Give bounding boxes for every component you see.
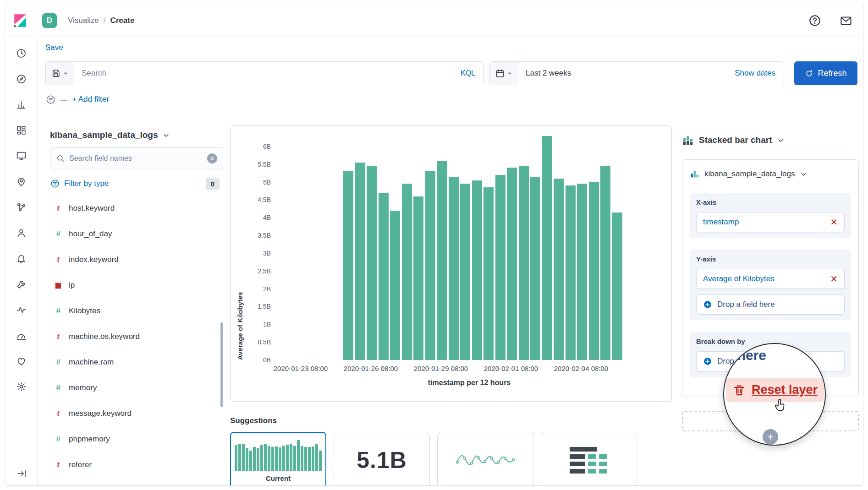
chart-panel: Average of Kilobytes 6B5.5B5B4.5B4B3.5B3… (230, 125, 672, 402)
breadcrumb-visualize[interactable]: Visualize (68, 16, 99, 25)
field-search-input[interactable] (69, 154, 203, 163)
drop-field-label: Drop a field here (717, 300, 775, 309)
chart-bar[interactable] (600, 166, 610, 360)
save-row: Save (45, 43, 863, 55)
mini-bar (319, 451, 322, 471)
search-input[interactable] (74, 69, 461, 78)
suggestion-metric[interactable]: 5.1B (334, 432, 430, 486)
field-name: phpmemory (69, 435, 110, 444)
chart-bar[interactable] (413, 196, 423, 360)
chart-bar[interactable] (589, 182, 599, 360)
suggestion-line-chart[interactable] (437, 432, 533, 486)
chart-bar[interactable] (495, 175, 505, 360)
machine-learning-icon[interactable] (16, 201, 27, 213)
date-picker: Last 2 weeks Show dates (489, 61, 784, 85)
visualize-icon[interactable] (16, 99, 27, 110)
chart-bar[interactable] (437, 161, 447, 360)
chart-bar[interactable] (542, 136, 552, 360)
clear-search-icon[interactable]: ✕ (207, 153, 217, 163)
time-range-value[interactable]: Last 2 weeks (518, 69, 571, 78)
chart-bar[interactable] (355, 163, 365, 360)
chart-bar[interactable] (367, 166, 377, 360)
index-pattern-switcher[interactable]: kibana_sample_data_logs (50, 130, 223, 140)
bar-chart-plot[interactable] (275, 129, 664, 360)
recently-viewed-icon[interactable] (16, 48, 27, 59)
kibana-logo-icon[interactable] (12, 13, 28, 28)
suggestion-current[interactable]: Current (230, 432, 326, 486)
chart-type-switcher[interactable]: Stacked bar chart (682, 134, 859, 147)
field-item[interactable]: treferer (50, 453, 223, 476)
discover-icon[interactable] (16, 73, 27, 85)
x-axis-ticks: 2020-01-23 08:002020-01-26 08:002020-01-… (275, 365, 664, 374)
users-icon[interactable] (16, 227, 27, 239)
field-item[interactable]: tmessage.keyword (50, 402, 223, 425)
field-list-scrollbar[interactable] (220, 322, 223, 407)
uptime-icon[interactable] (16, 355, 27, 367)
add-layer-button[interactable]: + (763, 429, 778, 445)
save-button[interactable]: Save (45, 43, 63, 52)
x-tick: 2020-02-01 08:00 (484, 365, 538, 372)
chart-bar[interactable] (483, 187, 494, 360)
kql-language-button[interactable]: KQL (461, 69, 483, 77)
logs-icon[interactable] (16, 304, 27, 316)
y-tick: 5B (263, 179, 271, 186)
collapse-nav-icon[interactable] (5, 468, 38, 479)
y-tick: 0B (263, 356, 271, 364)
chart-bar[interactable] (566, 185, 576, 360)
field-item[interactable]: tindex.keyword (50, 248, 223, 271)
chart-bar[interactable] (507, 168, 517, 360)
maps-icon[interactable] (16, 176, 27, 187)
alerts-icon[interactable] (16, 253, 27, 264)
y-dimension[interactable]: Average of Kilobytes ✕ (696, 269, 845, 289)
chart-bar[interactable] (379, 193, 389, 360)
metrics-icon[interactable] (16, 330, 27, 341)
remove-dimension-icon[interactable]: ✕ (830, 218, 838, 227)
field-item[interactable]: ▦ip (50, 274, 223, 297)
remove-dimension-icon[interactable]: ✕ (830, 274, 838, 283)
chart-bar[interactable] (612, 212, 622, 360)
chart-bar[interactable] (425, 171, 435, 360)
kibana-app-window: D Visualize / Create (5, 4, 863, 486)
chart-bar[interactable] (449, 177, 459, 360)
field-item[interactable]: tmachine.os.keyword (50, 325, 223, 348)
chart-bar[interactable] (577, 184, 587, 360)
mini-bar (279, 447, 281, 471)
hand-cursor-icon (774, 398, 787, 414)
layer-index-pattern[interactable]: kibana_sample_data_logs (690, 167, 851, 181)
field-item[interactable]: #machine.ram (50, 351, 223, 374)
x-dimension[interactable]: timestamp ✕ (696, 212, 845, 232)
y-drop-zone[interactable]: Drop a field here (696, 294, 845, 315)
date-quick-menu-button[interactable] (490, 62, 518, 85)
workspace: kibana_sample_data_logs ✕ Filter by type… (45, 125, 863, 486)
chart-bar[interactable] (554, 179, 564, 360)
chart-bar[interactable] (530, 177, 540, 360)
field-item[interactable]: #hour_of_day (50, 223, 223, 245)
nav-rail (5, 38, 38, 485)
field-item[interactable]: #phpmemory (50, 428, 223, 451)
add-filter-button[interactable]: + Add filter (72, 95, 109, 104)
suggestion-data-table[interactable] (541, 432, 637, 486)
dev-tools-icon[interactable] (16, 278, 27, 290)
chart-bar[interactable] (402, 184, 412, 360)
stack-management-icon[interactable] (16, 381, 27, 392)
chart-bar[interactable] (343, 171, 353, 360)
canvas-icon[interactable] (16, 150, 27, 162)
field-item[interactable]: #memory (50, 376, 223, 399)
chart-bar[interactable] (390, 211, 400, 360)
show-dates-button[interactable]: Show dates (735, 69, 784, 78)
line-chart-icon (451, 446, 520, 475)
string-field-icon: t (54, 204, 63, 213)
saved-query-menu-button[interactable] (46, 62, 74, 85)
space-avatar[interactable]: D (42, 13, 57, 28)
filter-icon[interactable] (45, 94, 56, 105)
dashboard-icon[interactable] (16, 125, 27, 136)
field-item[interactable]: thost.keyword (50, 197, 223, 220)
field-item[interactable]: #Kilobytes (50, 299, 223, 322)
refresh-button[interactable]: Refresh (794, 61, 857, 85)
filter-by-type-button[interactable]: Filter by type (64, 179, 109, 188)
chart-bar[interactable] (519, 166, 529, 360)
chart-bar[interactable] (472, 180, 482, 360)
newsfeed-icon[interactable] (839, 14, 853, 27)
chart-bar[interactable] (460, 184, 470, 360)
help-icon[interactable] (808, 14, 822, 27)
